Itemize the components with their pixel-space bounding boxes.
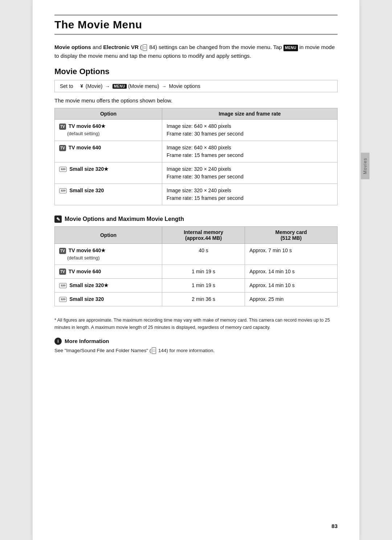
col-image-size-header: Image size and frame rate (162, 108, 338, 120)
ref-84: □ (143, 44, 147, 51)
option-detail-2: Image size: 640 × 480 pixelsFrame rate: … (162, 141, 338, 162)
sm-icon-2: 320 (59, 188, 67, 193)
table-row: TV TV movie 640 Image size: 640 × 480 pi… (55, 141, 338, 162)
more-info-title: More Information (65, 338, 109, 344)
footnote: * All figures are approximate. The maxim… (54, 317, 338, 331)
movie-symbol: ¥ (76, 83, 83, 89)
sm-icon-3: 320 (59, 283, 67, 288)
table-row: TV TV movie 640 1 min 19 s Approx. 14 mi… (55, 265, 338, 278)
info-icon: i (54, 338, 62, 345)
section-movie-options: Movie Options (54, 67, 338, 76)
table-row: 320 Small size 320★ 1 min 19 s Approx. 1… (55, 278, 338, 292)
offers-text: The movie menu offers the options shown … (54, 97, 338, 104)
note-section: ✎ Movie Options and Maximum Movie Length… (54, 215, 338, 331)
side-tab: Movies (361, 153, 369, 179)
sm-icon-4: 320 (59, 297, 67, 302)
col-option-header: Option (55, 108, 162, 120)
tv-icon-3: TV (59, 248, 66, 254)
menu-icon-2: MENU (113, 84, 127, 89)
default-label-1: (default setting) (59, 130, 158, 137)
sm-icon-1: 320 (59, 167, 67, 172)
col2-memory-card-header: Memory card(512 MB) (245, 227, 338, 244)
page-title: The Movie Menu (54, 15, 338, 35)
table-row: 320 Small size 320★ Image size: 320 × 24… (55, 162, 338, 184)
mem-card-1: Approx. 7 min 10 s (245, 244, 338, 265)
mem-card-2: Approx. 14 min 10 s (245, 265, 338, 278)
mem-card-4: Approx. 25 min (245, 292, 338, 306)
option-cell-1: TV TV movie 640★ (default setting) (55, 120, 162, 141)
option-detail-3: Image size: 320 × 240 pixelsFrame rate: … (162, 162, 338, 184)
int-mem-1: 40 s (162, 244, 245, 265)
arrow1: → (105, 84, 110, 89)
option-cell-2: TV TV movie 640 (55, 141, 162, 162)
more-info-header: i More Information (54, 338, 338, 345)
length-option-cell-3: 320 Small size 320★ (55, 278, 162, 292)
option-cell-4: 320 Small size 320 (55, 184, 162, 205)
page-number: 83 (331, 523, 338, 529)
side-tab-label: Movies (363, 158, 368, 174)
option-name-4: Small size 320 (69, 188, 104, 193)
movie-options-table: Option Image size and frame rate TV TV m… (54, 108, 338, 205)
tv-icon-4: TV (59, 269, 66, 275)
option-cell-3: 320 Small size 320★ (55, 162, 162, 184)
table-row: 320 Small size 320 Image size: 320 × 240… (55, 184, 338, 205)
int-mem-2: 1 min 19 s (162, 265, 245, 278)
option-name-1: TV movie 640★ (69, 123, 106, 129)
length-option-cell-4: 320 Small size 320 (55, 292, 162, 306)
length-option-name-2: TV movie 640 (69, 269, 101, 274)
option-detail-4: Image size: 320 × 240 pixelsFrame rate: … (162, 184, 338, 205)
page-container: Movies The Movie Menu Movie options and … (33, 0, 359, 540)
note-header: ✎ Movie Options and Maximum Movie Length (54, 215, 338, 223)
tv-icon-2: TV (59, 145, 66, 151)
mem-card-3: Approx. 14 min 10 s (245, 278, 338, 292)
length-option-name-4: Small size 320 (69, 296, 104, 302)
more-info-section: i More Information See "Image/Sound File… (54, 338, 338, 355)
more-info-text: See "Image/Sound File and Folder Names" … (54, 347, 338, 355)
int-mem-4: 2 min 36 s (162, 292, 245, 306)
col2-option-header: Option (55, 227, 162, 244)
table-row: TV TV movie 640★ (default setting) Image… (55, 120, 338, 141)
intro-paragraph: Movie options and Electronic VR (□ 84) s… (54, 43, 338, 60)
menu-icon: MENU (283, 45, 298, 51)
ref-144: □ (152, 347, 156, 354)
length-option-cell-1: TV TV movie 640★ (default setting) (55, 244, 162, 265)
table-row: 320 Small size 320 2 min 36 s Approx. 25… (55, 292, 338, 306)
set-to-box: Set to ¥ (Movie) → MENU (Movie menu) → M… (54, 80, 338, 92)
tv-icon-1: TV (59, 124, 66, 130)
pencil-icon: ✎ (54, 215, 62, 223)
length-option-name-1: TV movie 640★ (69, 247, 106, 253)
default-label-2: (default setting) (59, 254, 158, 262)
movie-length-table: Option Internal memory(approx.44 MB) Mem… (54, 226, 338, 306)
option-detail-1: Image size: 640 × 480 pixelsFrame rate: … (162, 120, 338, 141)
option-name-3: Small size 320★ (69, 166, 109, 172)
table-row: TV TV movie 640★ (default setting) 40 s … (55, 244, 338, 265)
int-mem-3: 1 min 19 s (162, 278, 245, 292)
col2-internal-mem-header: Internal memory(approx.44 MB) (162, 227, 245, 244)
bold-electronic-vr: Electronic VR (103, 44, 139, 50)
arrow2: → (162, 84, 167, 89)
length-option-cell-2: TV TV movie 640 (55, 265, 162, 278)
bold-movie-options: Movie options (54, 44, 91, 50)
option-name-2: TV movie 640 (69, 145, 101, 150)
note-title: Movie Options and Maximum Movie Length (65, 216, 184, 222)
length-option-name-3: Small size 320★ (69, 282, 109, 288)
